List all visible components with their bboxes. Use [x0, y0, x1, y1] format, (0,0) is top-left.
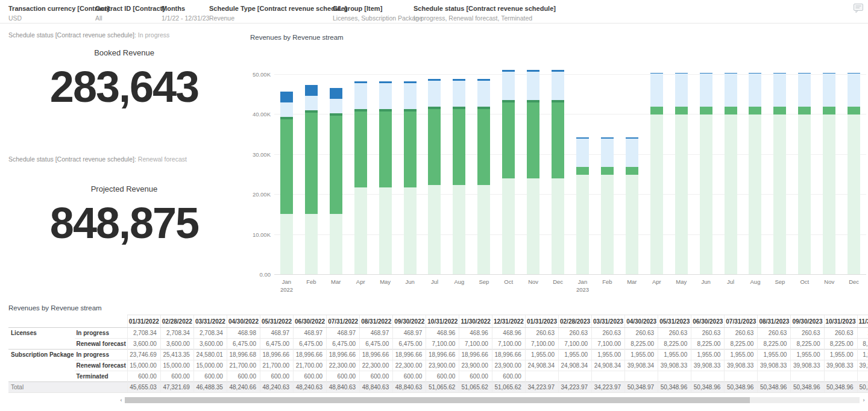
bar-segment[interactable]	[502, 178, 515, 274]
bar-segment[interactable]	[305, 214, 318, 274]
stacked-bar[interactable]	[749, 73, 761, 274]
stacked-bar[interactable]	[576, 137, 589, 274]
stacked-bar[interactable]	[552, 70, 564, 274]
bar-segment[interactable]	[700, 74, 712, 107]
stacked-bar[interactable]	[280, 92, 293, 274]
scrollbar-right-arrow-icon[interactable]: ›	[861, 397, 867, 404]
bar-segment[interactable]	[823, 107, 835, 115]
bar-segment[interactable]	[749, 107, 761, 115]
bar-segment[interactable]	[477, 185, 490, 274]
bar-segment[interactable]	[823, 74, 835, 107]
stacked-bar[interactable]	[527, 70, 539, 274]
bar-segment[interactable]	[280, 102, 293, 117]
stacked-bar[interactable]	[848, 73, 860, 274]
bar-segment[interactable]	[700, 107, 712, 115]
stacked-bar[interactable]	[404, 81, 417, 274]
bar-segment[interactable]	[404, 83, 417, 109]
bar-segment[interactable]	[404, 187, 417, 274]
stacked-bar[interactable]	[700, 73, 712, 274]
bar-segment[interactable]	[601, 175, 614, 274]
bar-segment[interactable]	[626, 167, 638, 175]
bar-segment[interactable]	[477, 81, 490, 107]
bar-segment[interactable]	[280, 119, 293, 215]
bar-segment[interactable]	[502, 102, 515, 178]
filter-schedule-status[interactable]: Schedule status [Contract revenue schedu…	[414, 5, 556, 22]
bar-segment[interactable]	[330, 116, 342, 214]
bar-segment[interactable]	[798, 107, 811, 115]
stacked-bar[interactable]	[428, 79, 441, 274]
bar-segment[interactable]	[773, 74, 786, 107]
bar-segment[interactable]	[502, 72, 515, 100]
stacked-bar[interactable]	[773, 73, 786, 274]
stacked-bar[interactable]	[305, 85, 318, 274]
scrollbar-left-arrow-icon[interactable]: ‹	[118, 397, 124, 404]
stacked-bar[interactable]	[379, 81, 392, 274]
bar-segment[interactable]	[848, 115, 860, 274]
bar-segment[interactable]	[305, 113, 318, 215]
bar-segment[interactable]	[725, 107, 737, 115]
bar-segment[interactable]	[675, 107, 688, 115]
bar-segment[interactable]	[798, 74, 811, 107]
bar-segment[interactable]	[477, 109, 490, 185]
stacked-bar[interactable]	[725, 73, 737, 274]
bar-segment[interactable]	[749, 74, 761, 107]
bar-segment[interactable]	[552, 178, 564, 274]
bar-segment[interactable]	[700, 115, 712, 274]
stacked-bar[interactable]	[502, 70, 515, 274]
bar-segment[interactable]	[848, 74, 860, 107]
bar-segment[interactable]	[527, 178, 539, 274]
comment-bubble-icon[interactable]	[852, 3, 864, 14]
filter-months[interactable]: Months 1/1/22 - 12/31/23	[162, 5, 209, 22]
bar-segment[interactable]	[379, 111, 392, 187]
filter-schedule-type[interactable]: Schedule Type [Contract revenue schedule…	[209, 5, 347, 22]
bar-segment[interactable]	[650, 74, 663, 107]
bar-segment[interactable]	[280, 214, 293, 274]
bar-segment[interactable]	[725, 115, 737, 274]
bar-segment[interactable]	[354, 187, 367, 274]
bar-segment[interactable]	[305, 96, 318, 110]
bar-segment[interactable]	[280, 92, 293, 102]
bar-segment[interactable]	[552, 102, 564, 178]
stacked-bar[interactable]	[650, 73, 663, 274]
bar-segment[interactable]	[798, 115, 811, 274]
bar-segment[interactable]	[379, 83, 392, 109]
scrollbar-thumb[interactable]	[125, 397, 750, 403]
bar-segment[interactable]	[601, 167, 614, 175]
bar-segment[interactable]	[576, 175, 589, 274]
bar-segment[interactable]	[626, 175, 638, 274]
stacked-bar[interactable]	[330, 88, 342, 274]
bar-segment[interactable]	[725, 74, 737, 107]
bar-segment[interactable]	[428, 81, 441, 107]
bar-segment[interactable]	[675, 115, 688, 274]
bar-segment[interactable]	[552, 72, 564, 100]
bar-segment[interactable]	[527, 102, 539, 178]
bar-segment[interactable]	[626, 139, 638, 167]
bar-segment[interactable]	[650, 107, 663, 115]
filter-contract-id[interactable]: Contract ID [Contract] All	[95, 5, 165, 22]
stacked-bar[interactable]	[453, 79, 465, 274]
bar-segment[interactable]	[453, 81, 465, 107]
bar-segment[interactable]	[379, 187, 392, 274]
bar-segment[interactable]	[453, 185, 465, 274]
stacked-bar[interactable]	[601, 137, 614, 274]
stacked-bar[interactable]	[675, 73, 688, 274]
filter-transaction-currency[interactable]: Transaction currency [Contract] USD	[8, 5, 109, 22]
bar-segment[interactable]	[576, 139, 589, 167]
stacked-bar[interactable]	[354, 81, 367, 274]
bar-segment[interactable]	[650, 115, 663, 274]
bar-segment[interactable]	[305, 85, 318, 96]
bar-segment[interactable]	[404, 111, 417, 187]
bar-segment[interactable]	[773, 107, 786, 115]
bar-segment[interactable]	[749, 115, 761, 274]
stacked-bar[interactable]	[626, 137, 638, 274]
bar-segment[interactable]	[428, 109, 441, 185]
bar-segment[interactable]	[330, 99, 342, 113]
bar-segment[interactable]	[354, 111, 367, 187]
bar-segment[interactable]	[527, 72, 539, 100]
bar-segment[interactable]	[848, 107, 860, 115]
scrollbar-track[interactable]	[125, 397, 860, 403]
bar-segment[interactable]	[330, 88, 342, 99]
stacked-bar[interactable]	[798, 73, 811, 274]
bar-segment[interactable]	[601, 139, 614, 167]
bar-segment[interactable]	[354, 83, 367, 109]
